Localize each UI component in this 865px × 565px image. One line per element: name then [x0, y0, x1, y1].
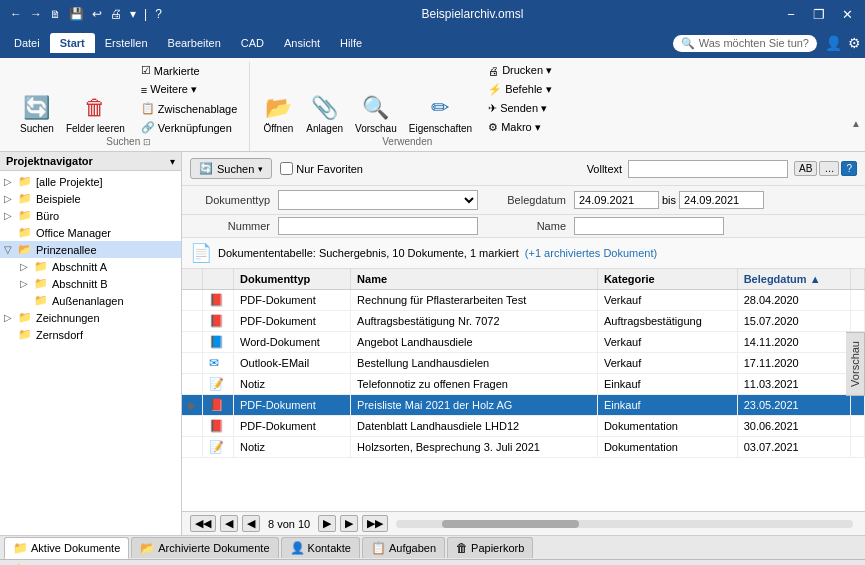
fulltext-ab-button[interactable]: AB — [794, 161, 817, 176]
belegdatum-to-input[interactable] — [679, 191, 764, 209]
close-button[interactable]: ✕ — [837, 7, 857, 22]
page-next-button[interactable]: ▶ — [318, 515, 336, 532]
archive-link[interactable]: (+1 archiviertes Dokument) — [525, 247, 657, 259]
table-row[interactable]: 📝 Notiz Telefonnotiz zu offenen Fragen E… — [182, 374, 865, 395]
belegdatum-range: bis — [574, 191, 764, 209]
tab-papierkorb[interactable]: 🗑 Papierkorb — [447, 537, 533, 558]
table-row[interactable]: 📕 PDF-Dokument Rechnung für Pflasterarbe… — [182, 290, 865, 311]
page-next2-button[interactable]: ▶ — [340, 515, 358, 532]
sidebar-item-alle-projekte[interactable]: ▷ 📁 [alle Projekte] — [0, 173, 181, 190]
table-row[interactable]: ✉ Outlook-EMail Bestellung Landhausdiele… — [182, 353, 865, 374]
tab-aktive-dokumente[interactable]: 📁 Aktive Dokumente — [4, 537, 129, 559]
ribbon-weitere-button[interactable]: ≡ Weitere ▾ — [137, 81, 242, 98]
table-row[interactable]: 📕 PDF-Dokument Datenblatt Landhausdiele … — [182, 416, 865, 437]
forward-button[interactable]: → — [28, 7, 44, 21]
sidebar-item-abschnitt-a[interactable]: ▷ 📁 Abschnitt A — [16, 258, 181, 275]
row-kategorie-cell: Einkauf — [597, 374, 737, 395]
table-row[interactable]: 📘 Word-Dokument Angebot Landhausdiele Ve… — [182, 332, 865, 353]
ribbon-suchen-button[interactable]: 🔄 Suchen — [16, 93, 58, 136]
new-button[interactable]: 🗎 — [48, 8, 63, 20]
sidebar-item-prinzenallee[interactable]: ▽ 📂 Prinzenallee — [0, 241, 181, 258]
save-button[interactable]: 💾 — [67, 7, 86, 21]
volltext-input[interactable] — [628, 160, 788, 178]
ribbon-drucken-button[interactable]: 🖨 Drucken ▾ — [484, 62, 556, 79]
menu-cad[interactable]: CAD — [231, 33, 274, 53]
ribbon-eigenschaften-button[interactable]: ✏ Eigenschaften — [405, 93, 476, 136]
tab-kontakte[interactable]: 👤 Kontakte — [281, 537, 360, 558]
user-icon[interactable]: 👤 — [825, 35, 842, 51]
ribbon-verknuepfungen-button[interactable]: 🔗 Verknüpfungen — [137, 119, 242, 136]
tab-aufgaben[interactable]: 📋 Aufgaben — [362, 537, 445, 558]
col-belegdatum[interactable]: Belegdatum ▲ — [737, 269, 850, 290]
minimize-button[interactable]: − — [781, 7, 801, 22]
row-expand-cell: ▶ — [182, 395, 203, 416]
help-title-button[interactable]: ? — [153, 7, 164, 21]
menu-start[interactable]: Start — [50, 33, 95, 53]
fulltext-help-button[interactable]: ? — [841, 161, 857, 176]
col-kategorie[interactable]: Kategorie — [597, 269, 737, 290]
back-button[interactable]: ← — [8, 7, 24, 21]
undo-button[interactable]: ↩ — [90, 7, 104, 21]
restore-button[interactable]: ❐ — [809, 7, 829, 22]
fulltext-dots-button[interactable]: … — [819, 161, 839, 176]
ribbon-zwischenablage-button[interactable]: 📋 Zwischenablage — [137, 100, 242, 117]
sidebar-item-zernsdorf[interactable]: 📁 Zernsdorf — [0, 326, 181, 343]
search-execute-button[interactable]: 🔄 Suchen ▾ — [190, 158, 272, 179]
col-expand — [182, 269, 203, 290]
table-row[interactable]: 📝 Notiz Holzsorten, Besprechung 3. Juli … — [182, 437, 865, 458]
col-name[interactable]: Name — [351, 269, 598, 290]
vorschau-icon: 🔍 — [362, 95, 389, 121]
nummer-input[interactable] — [278, 217, 478, 235]
menu-erstellen[interactable]: Erstellen — [95, 33, 158, 53]
quick-search-box[interactable]: 🔍 Was möchten Sie tun? — [673, 35, 817, 52]
menu-hilfe[interactable]: Hilfe — [330, 33, 372, 53]
table-row[interactable]: ▶ 📕 PDF-Dokument Preisliste Mai 2021 der… — [182, 395, 865, 416]
senden-icon: ✈ — [488, 102, 497, 115]
sidebar-item-zeichnungen[interactable]: ▷ 📁 Zeichnungen — [0, 309, 181, 326]
ribbon-befehle-button[interactable]: ⚡ Befehle ▾ — [484, 81, 556, 98]
page-last-button[interactable]: ▶▶ — [362, 515, 388, 532]
ribbon-vorschau-button[interactable]: 🔍 Vorschau — [351, 93, 401, 136]
sidebar-item-office-manager[interactable]: 📁 Office Manager — [0, 224, 181, 241]
search-dropdown-arrow[interactable]: ▾ — [258, 164, 263, 174]
suchen-group-expand[interactable]: ⊡ — [143, 137, 151, 147]
ribbon-collapse-button[interactable]: ▲ — [847, 116, 865, 131]
favorites-checkbox[interactable] — [280, 162, 293, 175]
row-extra-cell — [851, 416, 865, 437]
page-prev-button[interactable]: ◀ — [242, 515, 260, 532]
settings-icon[interactable]: ⚙ — [848, 35, 861, 51]
vorschau-tab[interactable]: Vorschau — [846, 332, 865, 396]
menu-bearbeiten[interactable]: Bearbeiten — [158, 33, 231, 53]
tree-expand-prinzenallee: ▽ — [4, 244, 16, 255]
ribbon-anlagen-button[interactable]: 📎 Anlagen — [302, 93, 347, 136]
sidebar-dropdown-icon[interactable]: ▾ — [170, 156, 175, 167]
page-first-button[interactable]: ◀◀ — [190, 515, 216, 532]
favorites-checkbox-label[interactable]: Nur Favoriten — [280, 162, 363, 175]
sidebar-item-beispiele[interactable]: ▷ 📁 Beispiele — [0, 190, 181, 207]
print-button[interactable]: 🖨 — [108, 7, 124, 21]
dokumenttyp-select[interactable] — [278, 190, 478, 210]
table-row[interactable]: 📕 PDF-Dokument Auftragsbestätigung Nr. 7… — [182, 311, 865, 332]
ribbon-senden-button[interactable]: ✈ Senden ▾ — [484, 100, 556, 117]
note-icon: 📝 — [209, 377, 224, 391]
menu-datei[interactable]: Datei — [4, 33, 50, 53]
name-input[interactable] — [574, 217, 724, 235]
menu-ansicht[interactable]: Ansicht — [274, 33, 330, 53]
customize-button[interactable]: ▾ — [128, 7, 138, 21]
sidebar-item-aussenanlagen[interactable]: 📁 Außenanlagen — [16, 292, 181, 309]
pagination-bar: ◀◀ ◀ ◀ 8 von 10 ▶ ▶ ▶▶ — [182, 511, 865, 535]
page-prev2-button[interactable]: ◀ — [220, 515, 238, 532]
col-dokumenttyp[interactable]: Dokumenttyp — [234, 269, 351, 290]
tree-expand-abschnitt-a: ▷ — [20, 261, 32, 272]
ribbon-felder-leeren-button[interactable]: 🗑 Felder leeren — [62, 93, 129, 136]
ribbon-markierte-button[interactable]: ☑ Markierte — [137, 62, 242, 79]
horizontal-scrollbar[interactable] — [396, 520, 853, 528]
col-scroll — [851, 269, 865, 290]
sidebar-item-abschnitt-b[interactable]: ▷ 📁 Abschnitt B — [16, 275, 181, 292]
belegdatum-from-input[interactable] — [574, 191, 659, 209]
felder-leeren-label: Felder leeren — [66, 123, 125, 134]
sidebar-item-buero[interactable]: ▷ 📁 Büro — [0, 207, 181, 224]
ribbon-makro-button[interactable]: ⚙ Makro ▾ — [484, 119, 556, 136]
tab-archivierte-dokumente[interactable]: 📂 Archivierte Dokumente — [131, 537, 278, 558]
ribbon-oeffnen-button[interactable]: 📂 Öffnen — [258, 93, 298, 136]
